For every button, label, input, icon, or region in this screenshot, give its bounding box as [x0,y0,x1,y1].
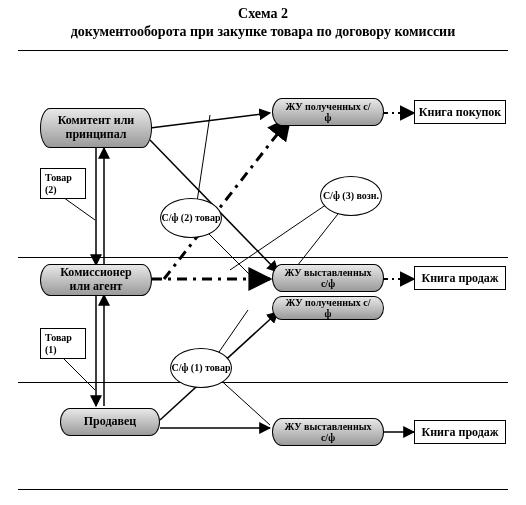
node-zhu-vystav-bot: ЖУ выставленных с/ф [272,418,384,446]
label-sf-1: С/ф (1) товар [170,348,232,388]
node-kniga-prodazh-bot: Книга продаж [414,420,506,444]
divider-top [18,50,508,51]
label-tovar-2: Товар (2) [40,168,86,199]
divider-mid-lower [18,382,508,383]
label-tovar-1: Товар (1) [40,328,86,359]
divider-mid-upper [18,257,508,258]
divider-bottom [18,489,508,490]
svg-line-11 [150,113,270,128]
svg-line-14 [60,355,95,390]
label-sf-2: С/ф (2) товар [160,198,222,238]
diagram-title-line2: документооборота при закупке товара по д… [0,24,526,40]
node-zhu-poluch-mid: ЖУ полученных с/ф [272,296,384,320]
node-zhu-poluch-top: ЖУ полученных с/ф [272,98,384,126]
node-zhu-vystav-mid: ЖУ выставленных с/ф [272,264,384,292]
label-sf-3: С/ф (3) возн. [320,176,382,216]
node-komissioner: Комиссионер или агент [40,264,152,296]
svg-line-19 [230,200,333,270]
node-kniga-prodazh-mid: Книга продаж [414,266,506,290]
node-kniga-pokupok: Книга покупок [414,100,506,124]
diagram-title-line1: Схема 2 [0,6,526,22]
node-prodavec: Продавец [60,408,160,436]
node-komitent: Комитент или принципал [40,108,152,148]
